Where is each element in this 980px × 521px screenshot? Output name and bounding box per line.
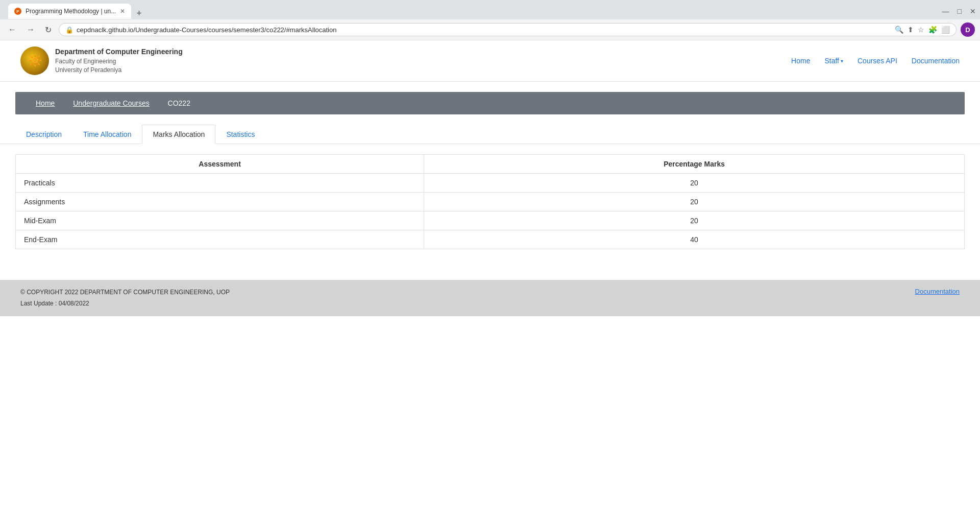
search-icon[interactable]: 🔍 [895, 26, 903, 34]
tab-description[interactable]: Description [15, 125, 72, 144]
faculty-name: Faculty of Engineering [55, 57, 183, 66]
bookmark-icon[interactable]: ☆ [918, 26, 924, 34]
footer-copyright: © COPYRIGHT 2022 DEPARTMENT OF COMPUTER … [20, 287, 230, 298]
cell-assessment: Practicals [16, 174, 424, 193]
site-footer: © COPYRIGHT 2022 DEPARTMENT OF COMPUTER … [0, 280, 980, 316]
tab-time-allocation[interactable]: Time Allocation [72, 125, 142, 144]
tab-title: Programming Methodology | un... [26, 8, 116, 15]
breadcrumb-separator-1 [63, 99, 65, 107]
cell-percentage: 20 [424, 211, 965, 230]
university-name: University of Peradeniya [55, 66, 183, 75]
tab-marks-allocation[interactable]: Marks Allocation [142, 125, 215, 144]
marks-table: Assessment Percentage Marks Practicals20… [15, 154, 965, 249]
footer-documentation-link[interactable]: Documentation [915, 288, 960, 295]
forward-button[interactable]: → [23, 23, 38, 36]
table-row: Mid-Exam20 [16, 211, 965, 230]
nav-home[interactable]: Home [791, 57, 810, 65]
site-navigation: Home Staff ▾ Courses API Documentation [791, 57, 960, 65]
nav-courses-api[interactable]: Courses API [857, 57, 897, 65]
new-tab-button[interactable]: + [133, 8, 145, 19]
staff-dropdown-arrow: ▾ [841, 58, 843, 64]
breadcrumb-course: CO222 [168, 99, 190, 107]
reload-button[interactable]: ↻ [42, 23, 55, 37]
tabs-container: Description Time Allocation Marks Alloca… [0, 125, 980, 144]
breadcrumb-undergrad[interactable]: Undergraduate Courses [73, 99, 149, 107]
window-maximize-icon[interactable]: □ [958, 7, 962, 15]
breadcrumb-bar: Home Undergraduate Courses CO222 [15, 92, 965, 114]
cell-percentage: 20 [424, 193, 965, 211]
footer-left: © COPYRIGHT 2022 DEPARTMENT OF COMPUTER … [20, 287, 230, 309]
table-row: Practicals20 [16, 174, 965, 193]
breadcrumb-separator-2 [158, 99, 160, 107]
url-text: cepdnaclk.github.io/Undergraduate-Course… [77, 26, 892, 34]
back-button[interactable]: ← [5, 23, 19, 36]
cell-percentage: 40 [424, 230, 965, 249]
page-content: 🔆 Department of Computer Engineering Fac… [0, 40, 980, 520]
site-header: 🔆 Department of Computer Engineering Fac… [0, 40, 980, 82]
footer-right: Documentation [915, 287, 960, 295]
table-row: End-Exam40 [16, 230, 965, 249]
lock-icon: 🔒 [65, 26, 74, 34]
share-icon[interactable]: ⬆ [908, 26, 914, 34]
table-header-row: Assessment Percentage Marks [16, 155, 965, 174]
tab-favicon: P [14, 8, 21, 15]
university-logo: 🔆 [20, 46, 49, 75]
tab-close-icon[interactable]: ✕ [120, 8, 125, 15]
breadcrumb-home[interactable]: Home [36, 99, 55, 107]
cell-assessment: Assignments [16, 193, 424, 211]
window-close-icon[interactable]: ✕ [970, 7, 976, 15]
footer-last-update: Last Update : 04/08/2022 [20, 298, 230, 310]
profile-avatar[interactable]: D [961, 22, 975, 37]
logo-icon: 🔆 [28, 54, 42, 67]
cell-percentage: 20 [424, 174, 965, 193]
extensions-icon[interactable]: 🧩 [928, 26, 937, 34]
nav-documentation[interactable]: Documentation [912, 57, 960, 65]
browser-tab[interactable]: P Programming Methodology | un... ✕ [8, 4, 131, 19]
nav-staff[interactable]: Staff ▾ [824, 57, 843, 65]
logo-text: Department of Computer Engineering Facul… [55, 47, 183, 74]
col-percentage: Percentage Marks [424, 155, 965, 174]
col-assessment: Assessment [16, 155, 424, 174]
main-content: Assessment Percentage Marks Practicals20… [0, 144, 980, 259]
tab-statistics[interactable]: Statistics [215, 125, 265, 144]
sidebar-icon[interactable]: ⬜ [941, 26, 950, 34]
dept-name: Department of Computer Engineering [55, 47, 183, 57]
logo-area: 🔆 Department of Computer Engineering Fac… [20, 46, 183, 75]
table-row: Assignments20 [16, 193, 965, 211]
address-bar[interactable]: 🔒 cepdnaclk.github.io/Undergraduate-Cour… [59, 23, 957, 36]
cell-assessment: Mid-Exam [16, 211, 424, 230]
cell-assessment: End-Exam [16, 230, 424, 249]
window-minimize-icon[interactable]: — [942, 7, 949, 15]
